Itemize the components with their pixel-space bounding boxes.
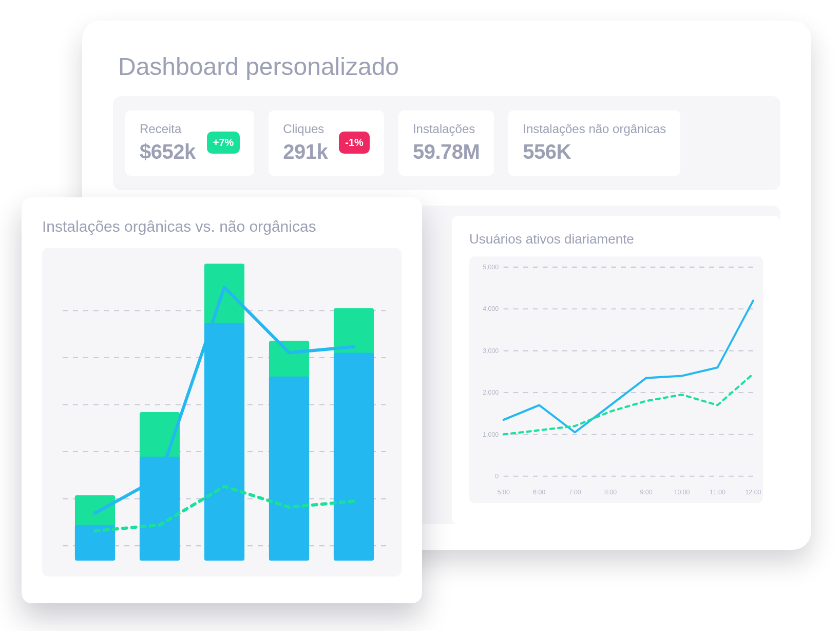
chart-title: Usuários ativos diariamente — [469, 231, 763, 247]
kpi-value: 556K — [523, 140, 666, 163]
page-title: Dashboard personalizado — [118, 52, 780, 81]
kpi-receita: Receita $652k +7% — [125, 110, 254, 176]
svg-text:3,000: 3,000 — [483, 346, 499, 355]
kpi-instalacoes-nao-organicas: Instalações não orgânicas 556K — [508, 110, 680, 176]
svg-text:0: 0 — [495, 472, 499, 480]
svg-text:8:00: 8:00 — [604, 488, 617, 496]
kpi-instalacoes: Instalações 59.78M — [398, 110, 494, 176]
svg-text:5:00: 5:00 — [498, 488, 510, 496]
svg-rect-35 — [334, 352, 374, 561]
dau-chart: 01,0002,0003,0004,0005,0005:006:007:008:… — [469, 256, 763, 503]
chart-title: Instalações orgânicas vs. não orgânicas — [42, 218, 402, 235]
svg-rect-31 — [204, 323, 244, 561]
svg-text:4,000: 4,000 — [483, 305, 499, 313]
kpi-value: 291k — [283, 140, 328, 163]
svg-text:5,000: 5,000 — [483, 263, 499, 271]
kpi-label: Instalações — [413, 122, 480, 136]
organic-vs-nonorganic-chart — [42, 248, 402, 577]
kpi-value: 59.78M — [413, 140, 480, 163]
svg-rect-33 — [269, 377, 309, 561]
svg-text:7:00: 7:00 — [569, 488, 581, 496]
kpi-cliques: Cliques 291k -1% — [269, 110, 384, 176]
kpi-row: Receita $652k +7% Cliques 291k -1% Insta… — [113, 96, 780, 190]
kpi-delta-badge: +7% — [207, 132, 240, 154]
svg-rect-29 — [140, 457, 180, 561]
svg-text:11:00: 11:00 — [710, 488, 726, 496]
svg-text:10:00: 10:00 — [674, 488, 690, 496]
kpi-value: $652k — [140, 140, 196, 163]
svg-text:1,000: 1,000 — [483, 430, 499, 438]
kpi-label: Instalações não orgânicas — [523, 122, 666, 136]
svg-text:6:00: 6:00 — [533, 488, 545, 496]
svg-text:2,000: 2,000 — [483, 388, 499, 397]
kpi-delta-badge: -1% — [339, 132, 370, 154]
svg-text:12:00: 12:00 — [745, 488, 761, 496]
dau-card: Usuários ativos diariamente 01,0002,0003… — [452, 216, 780, 524]
organic-vs-nonorganic-card: Instalações orgânicas vs. não orgânicas — [22, 197, 422, 603]
svg-text:9:00: 9:00 — [640, 488, 653, 496]
kpi-label: Cliques — [283, 122, 328, 136]
kpi-label: Receita — [140, 122, 196, 136]
